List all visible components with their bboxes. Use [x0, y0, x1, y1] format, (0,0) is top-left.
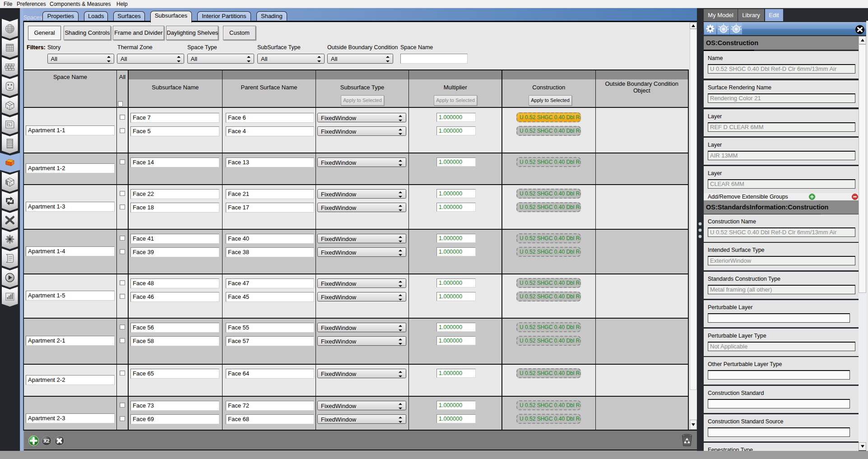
svg-text:X2: X2	[43, 438, 49, 444]
